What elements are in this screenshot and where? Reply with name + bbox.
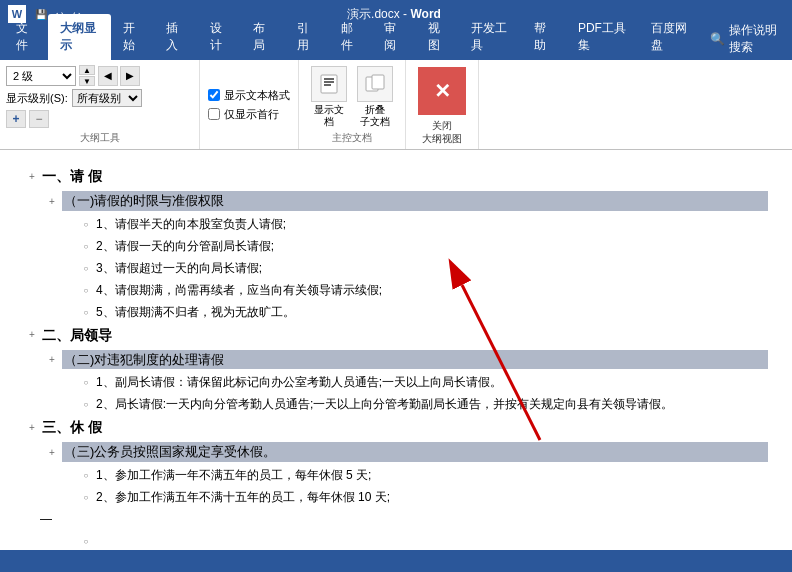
bullet: ○: [80, 307, 92, 319]
demote-btn[interactable]: ▶: [120, 66, 140, 86]
bullet: ○: [80, 470, 92, 482]
list-item: + （二)对违犯制度的处理请假: [44, 350, 768, 370]
list-item: —: [24, 510, 768, 528]
close-outline-group: ✕ 关闭大纲视图: [406, 60, 479, 149]
body-text: —: [40, 510, 768, 528]
toggle-btn[interactable]: +: [24, 419, 40, 435]
level-row: 所有级别 2 级 ▲ ▼ ◀ ▶: [6, 65, 193, 86]
list-item: ○ 2、局长请假:一天内向分管考勤人员通告;一天以上向分管考勤副局长通告，并按有…: [64, 395, 768, 413]
first-line-checkbox[interactable]: [208, 108, 220, 120]
list-item: ○ 2、参加工作满五年不满十五年的员工，每年休假 10 天;: [64, 488, 768, 506]
list-item: ○ 1、请假半天的向本股室负责人请假;: [64, 215, 768, 233]
tab-review[interactable]: 审阅: [372, 14, 416, 60]
show-doc-label: 显示文档: [314, 104, 344, 128]
heading-text: （一)请假的时限与准假权限: [62, 191, 768, 211]
toggle-btn[interactable]: +: [24, 168, 40, 184]
close-outline-btn[interactable]: ✕: [418, 67, 466, 115]
body-text: 1、请假半天的向本股室负责人请假;: [96, 215, 768, 233]
tab-baidu[interactable]: 百度网盘: [639, 14, 702, 60]
heading-text: 三、休 假: [42, 417, 768, 438]
body-text: 4、请假期满，尚需再续者，应当向有关领导请示续假;: [96, 281, 768, 299]
tab-pdf[interactable]: PDF工具集: [566, 14, 639, 60]
body-text: 1、副局长请假：请保留此标记向办公室考勤人员通告;一天以上向局长请假。: [96, 373, 768, 391]
tab-mailings[interactable]: 邮件: [329, 14, 373, 60]
bullet: ○: [80, 536, 92, 548]
toggle-btn[interactable]: +: [44, 193, 60, 209]
body-text: 3、请假超过一天的向局长请假;: [96, 259, 768, 277]
search-label: 操作说明搜索: [729, 22, 784, 56]
list-item: + 一、请 假: [24, 166, 768, 187]
tab-insert[interactable]: 插入: [154, 14, 198, 60]
master-doc-label: 主控文档: [332, 131, 372, 145]
show-level-select[interactable]: 所有级别: [72, 89, 142, 107]
statusbar: [0, 550, 792, 572]
promote-btn[interactable]: ◀: [98, 66, 118, 86]
bullet: ○: [80, 241, 92, 253]
search-icon: 🔍: [710, 32, 725, 46]
tab-layout[interactable]: 布局: [241, 14, 285, 60]
bullet: ○: [80, 285, 92, 297]
body-text: 1、参加工作满一年不满五年的员工，每年休假 5 天;: [96, 466, 768, 484]
document-area: + 一、请 假 + （一)请假的时限与准假权限 ○ 1、请假半天的向本股室负责人…: [0, 150, 792, 550]
toggle-btn[interactable]: +: [24, 327, 40, 343]
bullet: ○: [80, 263, 92, 275]
text-format-checkbox[interactable]: [208, 89, 220, 101]
toggle-btn[interactable]: +: [44, 444, 60, 460]
level-select[interactable]: 所有级别 2 级: [6, 66, 76, 86]
list-item: ○ 5、请假期满不归者，视为无故旷工。: [64, 303, 768, 321]
list-item: ○: [64, 532, 768, 548]
bullet: ○: [80, 399, 92, 411]
outline-tools-label: 大纲工具: [6, 131, 193, 145]
subdoc-btn[interactable]: 折叠子文档: [357, 66, 393, 128]
close-x-icon: ✕: [434, 81, 451, 101]
expand-btn[interactable]: +: [6, 110, 26, 128]
tab-design[interactable]: 设计: [198, 14, 242, 60]
level-up-btn[interactable]: ▲: [79, 65, 95, 75]
body-text: 2、参加工作满五年不满十五年的员工，每年休假 10 天;: [96, 488, 768, 506]
level-down-btn[interactable]: ▼: [79, 76, 95, 86]
heading-text: 二、局领导: [42, 325, 768, 346]
heading-text: （二)对违犯制度的处理请假: [62, 350, 768, 370]
body-text: 2、请假一天的向分管副局长请假;: [96, 237, 768, 255]
show-doc-btn[interactable]: 显示文档: [311, 66, 347, 128]
move-row: + −: [6, 110, 193, 128]
tab-view[interactable]: 视图: [416, 14, 460, 60]
app-window: W 💾 ↩ ↪ 演示.docx - Word 文件 大纲显示 开始 插入 设计 …: [0, 0, 792, 572]
heading-text: （三)公务员按照国家规定享受休假。: [62, 442, 768, 462]
ribbon-tabs: 文件 大纲显示 开始 插入 设计 布局 引用 邮件 审阅 视图 开发工具 帮助 …: [0, 28, 792, 60]
outline-tools-group: 所有级别 2 级 ▲ ▼ ◀ ▶ 显示级别(S):: [0, 60, 200, 149]
list-item: + （三)公务员按照国家规定享受休假。: [44, 442, 768, 462]
tab-devtools[interactable]: 开发工具: [459, 14, 522, 60]
text-format-label: 显示文本格式: [224, 88, 290, 103]
body-text: 2、局长请假:一天内向分管考勤人员通告;一天以上向分管考勤副局长通告，并按有关规…: [96, 395, 768, 413]
list-item: ○ 1、参加工作满一年不满五年的员工，每年休假 5 天;: [64, 466, 768, 484]
tab-help[interactable]: 帮助: [522, 14, 566, 60]
search-tab[interactable]: 🔍 操作说明搜索: [702, 18, 792, 60]
bullet: ○: [80, 492, 92, 504]
list-item: ○ 2、请假一天的向分管副局长请假;: [64, 237, 768, 255]
body-text: 5、请假期满不归者，视为无故旷工。: [96, 303, 768, 321]
list-item: + 二、局领导: [24, 325, 768, 346]
check-text-format: 显示文本格式: [208, 88, 290, 103]
list-item: + 三、休 假: [24, 417, 768, 438]
list-item: ○ 1、副局长请假：请保留此标记向办公室考勤人员通告;一天以上向局长请假。: [64, 373, 768, 391]
toggle-btn[interactable]: +: [44, 352, 60, 368]
svg-rect-0: [321, 75, 337, 93]
bullet: ○: [80, 377, 92, 389]
tab-outline[interactable]: 大纲显示: [48, 14, 111, 60]
check-first-line: 仅显示首行: [208, 107, 290, 122]
show-level-label: 显示级别(S):: [6, 91, 68, 106]
list-item: ○ 3、请假超过一天的向局长请假;: [64, 259, 768, 277]
subdoc-label: 折叠子文档: [360, 104, 390, 128]
close-outline-label: 关闭大纲视图: [422, 119, 462, 145]
svg-rect-5: [372, 75, 384, 89]
tab-file[interactable]: 文件: [4, 14, 48, 60]
list-item: ○ 4、请假期满，尚需再续者，应当向有关领导请示续假;: [64, 281, 768, 299]
tab-home[interactable]: 开始: [111, 14, 155, 60]
checkbox-group: 显示文本格式 仅显示首行: [200, 60, 299, 149]
list-item: + （一)请假的时限与准假权限: [44, 191, 768, 211]
collapse-btn[interactable]: −: [29, 110, 49, 128]
heading-text: 一、请 假: [42, 166, 768, 187]
tab-references[interactable]: 引用: [285, 14, 329, 60]
ribbon: 所有级别 2 级 ▲ ▼ ◀ ▶ 显示级别(S):: [0, 60, 792, 150]
